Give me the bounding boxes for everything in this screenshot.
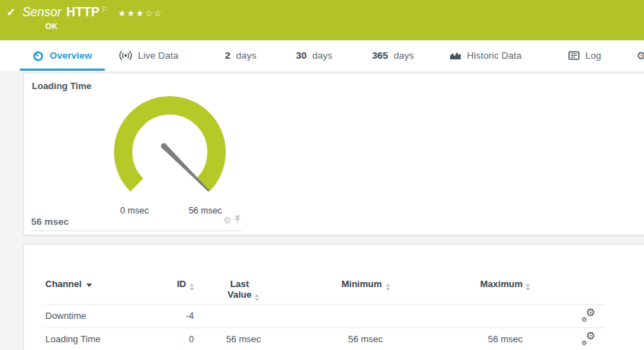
table-row[interactable]: Loading Time 0 56 msec 56 msec 56 msec ⚙… xyxy=(45,327,604,350)
live-data-icon xyxy=(119,50,132,61)
channel-maximum: 56 msec xyxy=(438,327,573,350)
overview-panel: Loading Time 0 msec 56 msec 56 msec ⚙ xyxy=(23,73,644,235)
pin-icon[interactable] xyxy=(234,214,241,227)
sort-icon xyxy=(386,284,390,291)
channel-name[interactable]: Loading Time xyxy=(45,327,151,350)
gauge-needle xyxy=(161,144,210,192)
tab-label: Historic Data xyxy=(467,50,522,61)
channel-maximum xyxy=(438,304,573,327)
channel-last-value xyxy=(194,304,293,327)
current-value: 56 msec xyxy=(31,216,69,227)
status-badge: OK xyxy=(45,22,644,30)
table-header-row: Channel ID Last Value Minimum Maximum xyxy=(45,264,604,304)
gauge-arc xyxy=(99,95,241,212)
tab-label: Live Data xyxy=(138,50,178,61)
sensor-type-label: Sensor xyxy=(22,5,61,20)
column-header-last-value[interactable]: Last Value xyxy=(194,264,293,304)
column-header-maximum[interactable]: Maximum xyxy=(438,264,573,304)
channel-minimum: 56 msec xyxy=(293,327,438,350)
tab-number: 30 xyxy=(296,50,306,61)
gauge-max-label: 56 msec xyxy=(170,206,241,216)
tab-settings[interactable]: ⚙ Settings xyxy=(624,40,644,71)
loading-time-tile[interactable]: Loading Time 0 msec 56 msec 56 msec ⚙ xyxy=(31,79,241,231)
tab-label: Overview xyxy=(50,50,92,61)
channel-name[interactable]: Downtime xyxy=(45,304,151,327)
column-header-id[interactable]: ID xyxy=(151,264,194,304)
log-icon xyxy=(568,51,580,60)
tab-label: Log xyxy=(585,50,602,61)
sensor-name: HTTP xyxy=(67,5,100,20)
column-header-channel[interactable]: Channel xyxy=(45,264,151,304)
tab-30-days[interactable]: 30 days xyxy=(283,40,345,71)
sort-icon xyxy=(190,284,194,291)
channel-id: -4 xyxy=(151,304,194,327)
sensor-header: ✓ Sensor HTTP ⚐ ★★★☆☆ OK xyxy=(0,0,644,40)
tab-live-data[interactable]: Live Data xyxy=(106,40,191,71)
sort-icon xyxy=(255,294,259,301)
tab-bar: Overview Live Data 2 days 30 days 365 da… xyxy=(0,40,644,71)
tab-label: days xyxy=(236,50,257,61)
channels-table: Channel ID Last Value Minimum Maximum xyxy=(45,264,604,350)
channel-settings-icon[interactable]: ⚙ ⚙ xyxy=(582,332,596,344)
channel-id: 0 xyxy=(151,327,194,350)
tile-title: Loading Time xyxy=(31,79,241,91)
gear-icon: ⚙ xyxy=(637,50,644,61)
content-area: Loading Time 0 msec 56 msec 56 msec ⚙ xyxy=(0,71,644,350)
tab-365-days[interactable]: 365 days xyxy=(360,40,427,71)
check-icon: ✓ xyxy=(6,6,16,19)
loading-time-gauge: 0 msec 56 msec xyxy=(99,95,241,212)
tab-2-days[interactable]: 2 days xyxy=(212,40,269,71)
flag-icon[interactable]: ⚐ xyxy=(101,5,108,14)
column-header-actions xyxy=(573,264,604,304)
tab-label: days xyxy=(312,50,333,61)
tab-overview[interactable]: Overview xyxy=(20,40,105,71)
tile-footer: 56 msec ⚙ xyxy=(31,214,241,227)
gauge-scale-labels: 0 msec 56 msec xyxy=(99,206,241,216)
channel-last-value: 56 msec xyxy=(194,327,293,350)
historic-data-icon xyxy=(449,51,461,60)
gauge-icon xyxy=(33,50,44,62)
table-row[interactable]: Downtime -4 ⚙ ⚙ xyxy=(45,304,604,327)
channel-settings-icon[interactable]: ⚙ ⚙ xyxy=(582,309,596,321)
priority-stars[interactable]: ★★★☆☆ xyxy=(118,8,163,18)
channel-minimum xyxy=(293,304,438,327)
tab-label: days xyxy=(393,50,414,61)
sort-desc-icon xyxy=(86,284,92,287)
channels-panel: Channel ID Last Value Minimum Maximum xyxy=(23,244,644,350)
sort-icon xyxy=(526,284,530,291)
sensor-title-row: ✓ Sensor HTTP ⚐ ★★★☆☆ xyxy=(6,5,644,20)
gear-icon[interactable]: ⚙ xyxy=(223,216,231,225)
gauge-min-label: 0 msec xyxy=(99,206,170,216)
tab-number: 2 xyxy=(225,50,231,61)
tab-historic-data[interactable]: Historic Data xyxy=(437,40,534,71)
tab-number: 365 xyxy=(372,50,389,61)
column-header-minimum[interactable]: Minimum xyxy=(293,264,438,304)
tab-log[interactable]: Log xyxy=(556,40,614,71)
